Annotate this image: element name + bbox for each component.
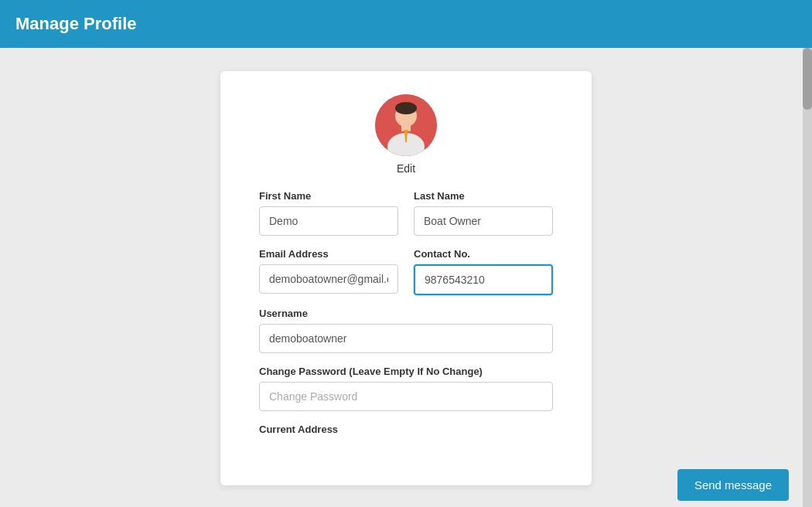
first-name-label: First Name (259, 190, 398, 202)
avatar[interactable] (375, 94, 437, 156)
contact-input[interactable] (414, 264, 553, 295)
username-group: Username (259, 308, 553, 353)
username-row: Username (259, 308, 553, 353)
change-password-label: Change Password (Leave Empty If No Chang… (259, 366, 553, 377)
password-row: Change Password (Leave Empty If No Chang… (259, 366, 553, 411)
address-row: Current Address (259, 424, 553, 440)
last-name-input[interactable] (414, 206, 553, 236)
address-group: Current Address (259, 424, 553, 440)
avatar-icon (375, 94, 437, 156)
send-message-button[interactable]: Send message (677, 469, 789, 501)
username-input[interactable] (259, 324, 553, 353)
first-name-input[interactable] (259, 206, 398, 236)
page-title: Manage Profile (15, 14, 136, 34)
svg-point-2 (395, 102, 417, 114)
profile-card: Edit First Name Last Name Email Address … (220, 71, 592, 485)
scrollbar-thumb[interactable] (803, 48, 812, 110)
password-group: Change Password (Leave Empty If No Chang… (259, 366, 553, 411)
email-contact-row: Email Address Contact No. (259, 248, 553, 295)
name-row: First Name Last Name (259, 190, 553, 236)
last-name-label: Last Name (414, 190, 553, 202)
main-content: Edit First Name Last Name Email Address … (0, 48, 812, 507)
email-group: Email Address (259, 248, 398, 295)
header: Manage Profile (0, 0, 812, 48)
email-input[interactable] (259, 264, 398, 294)
contact-label: Contact No. (414, 248, 553, 260)
avatar-section: Edit (259, 94, 553, 175)
edit-avatar-label[interactable]: Edit (397, 162, 415, 175)
change-password-input[interactable] (259, 382, 553, 411)
first-name-group: First Name (259, 190, 398, 236)
current-address-label: Current Address (259, 424, 553, 435)
contact-group: Contact No. (414, 248, 553, 295)
scrollbar[interactable] (803, 48, 812, 507)
last-name-group: Last Name (414, 190, 553, 236)
email-label: Email Address (259, 248, 398, 260)
username-label: Username (259, 308, 553, 319)
